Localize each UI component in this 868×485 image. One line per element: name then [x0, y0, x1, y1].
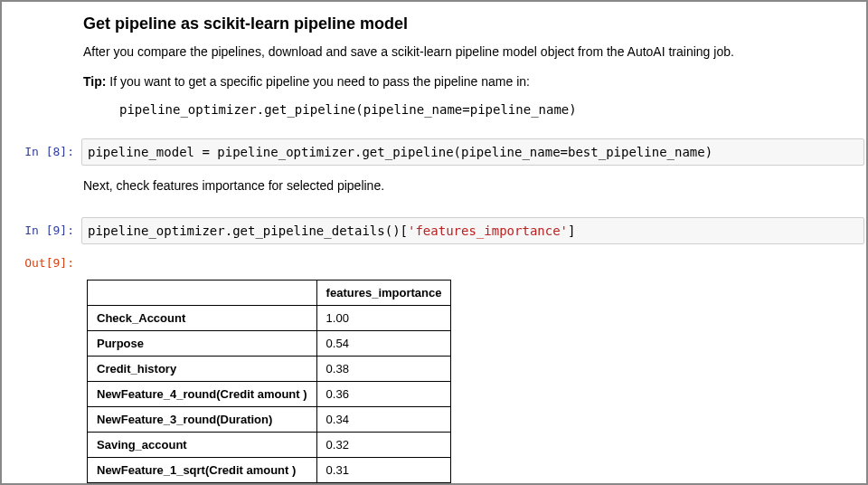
code-cell-9[interactable]: In [9]: pipeline_optimizer.get_pipeline_… — [2, 217, 866, 244]
tip-paragraph: Tip: If you want to get a specific pipel… — [83, 72, 857, 91]
table-header-value: features_importance — [316, 281, 451, 306]
code-input-8[interactable]: pipeline_model = pipeline_optimizer.get_… — [81, 138, 864, 166]
table-row: NewFeature_3_round(Duration) 0.34 — [88, 407, 451, 433]
section-heading: Get pipeline as scikit-learn pipeline mo… — [83, 14, 857, 33]
markdown-cell: Get pipeline as scikit-learn pipeline mo… — [2, 2, 857, 133]
row-index: Credit_history — [88, 357, 317, 382]
code-pre: pipeline_optimizer.get_pipeline_details(… — [88, 223, 408, 238]
markdown-cell-between: Next, check features importance for sele… — [2, 171, 857, 212]
tip-text: If you want to get a specific pipeline y… — [106, 74, 530, 89]
input-prompt: In [9]: — [2, 217, 81, 242]
between-paragraph: Next, check features importance for sele… — [83, 176, 857, 195]
row-value: 0.31 — [316, 458, 451, 483]
output-cell-9: Out[9]: — [2, 250, 866, 274]
table-row: NewFeature_4_round(Credit amount ) 0.36 — [88, 382, 451, 407]
row-value: 1.00 — [316, 306, 451, 331]
table-header-row: features_importance — [88, 281, 451, 306]
inline-code-example: pipeline_optimizer.get_pipeline(pipeline… — [83, 102, 857, 117]
row-index: Purpose — [88, 331, 317, 357]
output-prompt: Out[9]: — [2, 250, 81, 274]
table-row: Credit_history 0.38 — [88, 357, 451, 382]
table-row: Check_Account 1.00 — [88, 306, 451, 331]
input-prompt: In [8]: — [2, 138, 81, 163]
table-row: NewFeature_1_sqrt(Credit amount ) 0.31 — [88, 458, 451, 483]
code-string-literal: 'features_importance' — [408, 223, 568, 238]
row-value: 0.54 — [316, 331, 451, 357]
row-value: 0.38 — [316, 357, 451, 382]
row-index: NewFeature_4_round(Credit amount ) — [88, 382, 317, 407]
row-value: 0.32 — [316, 433, 451, 458]
code-input-9[interactable]: pipeline_optimizer.get_pipeline_details(… — [81, 217, 864, 244]
row-index: Check_Account — [88, 306, 317, 331]
intro-paragraph: After you compare the pipelines, downloa… — [83, 43, 857, 62]
table-row: Purpose 0.54 — [88, 331, 451, 357]
table-header-index — [88, 281, 317, 306]
row-value: 0.34 — [316, 407, 451, 433]
tip-label: Tip: — [83, 74, 106, 89]
code-cell-8[interactable]: In [8]: pipeline_model = pipeline_optimi… — [2, 138, 866, 166]
row-index: NewFeature_3_round(Duration) — [88, 407, 317, 433]
row-index: Saving_account — [88, 433, 317, 458]
code-post: ] — [568, 223, 575, 238]
row-index: NewFeature_1_sqrt(Credit amount ) — [88, 458, 317, 483]
features-importance-table: features_importance Check_Account 1.00 P… — [87, 280, 451, 483]
notebook-container: Get pipeline as scikit-learn pipeline mo… — [2, 2, 866, 483]
row-value: 0.36 — [316, 382, 451, 407]
output-area: features_importance Check_Account 1.00 P… — [2, 280, 866, 483]
table-row: Saving_account 0.32 — [88, 433, 451, 458]
